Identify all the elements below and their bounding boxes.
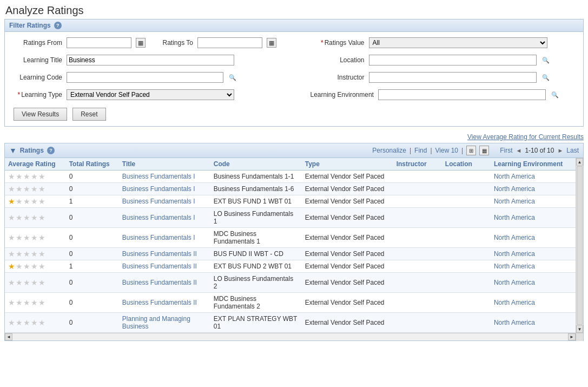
cell-avg-rating: ★★★★★ <box>5 208 66 228</box>
filter-row-learning-code: Learning Code <box>14 72 278 83</box>
grid-icon-chart[interactable]: ▦ <box>479 146 489 155</box>
filter-columns: Ratings From Ratings To Learning Title L… <box>14 37 574 103</box>
env-link[interactable]: North America <box>494 279 535 286</box>
cell-environment: North America <box>491 248 576 260</box>
env-link[interactable]: North America <box>494 263 535 270</box>
cell-instructor <box>393 228 442 248</box>
cell-total-ratings: 0 <box>66 208 119 228</box>
title-link[interactable]: Business Fundamentals I <box>122 185 195 193</box>
env-link[interactable]: North America <box>494 250 535 258</box>
filter-row-ratings-value: Ratings Value All 1 2 3 4 5 <box>310 37 575 48</box>
grid-header-label: Ratings <box>20 147 44 154</box>
location-search-icon[interactable] <box>541 55 551 65</box>
ratings-to-input[interactable] <box>197 37 262 48</box>
cell-instructor <box>393 183 442 195</box>
grid-header-left: ▼ Ratings ? <box>9 146 55 155</box>
h-scroll-track <box>12 333 568 340</box>
env-link[interactable]: North America <box>494 214 535 221</box>
table-row: ★★★★★ 0 Business Fundamentals II MDC Bus… <box>5 293 576 313</box>
table-row: ★★★★★ 1 Business Fundamentals II EXT BUS… <box>5 260 576 273</box>
cell-total-ratings: 0 <box>66 313 119 333</box>
last-link[interactable]: Last <box>566 147 579 154</box>
filter-help-icon[interactable]: ? <box>54 22 62 29</box>
scroll-up-btn[interactable]: ▲ <box>576 158 583 166</box>
scroll-corner <box>576 333 583 341</box>
cell-type: External Vendor Self Paced <box>302 195 393 208</box>
ratings-to-calendar-icon[interactable] <box>267 38 276 48</box>
title-link[interactable]: Planning and Managing Business <box>122 315 190 330</box>
learning-title-input[interactable] <box>67 55 234 65</box>
learning-code-search-icon[interactable] <box>228 73 237 82</box>
cell-avg-rating: ★★★★★ <box>5 228 66 248</box>
grid-help-icon[interactable]: ? <box>47 147 55 154</box>
cell-avg-rating: ★★★★★ <box>5 313 66 333</box>
cell-title: Business Fundamentals I <box>119 170 210 183</box>
cell-code: Business Fundamentals 1-1 <box>210 170 302 183</box>
learning-title-label: Learning Title <box>14 56 62 64</box>
view-results-button[interactable]: View Results <box>14 108 67 121</box>
cell-environment: North America <box>491 170 576 183</box>
col-header-code: Code <box>210 158 302 170</box>
env-link[interactable]: North America <box>494 234 535 241</box>
env-link[interactable]: North America <box>494 299 535 306</box>
grid-section: ▼ Ratings ? Personalize | Find | View 10… <box>4 143 584 341</box>
cell-title: Business Fundamentals II <box>119 293 210 313</box>
cell-type: External Vendor Self Paced <box>302 170 393 183</box>
learning-env-input[interactable] <box>378 89 546 100</box>
first-link[interactable]: First <box>500 147 512 154</box>
personalize-link[interactable]: Personalize <box>372 147 406 154</box>
reset-button[interactable]: Reset <box>72 108 105 121</box>
instructor-input[interactable] <box>369 72 537 83</box>
view10-link[interactable]: View 10 <box>435 147 458 154</box>
title-link[interactable]: Business Fundamentals I <box>122 173 195 180</box>
cell-avg-rating: ★★★★★ <box>5 260 66 273</box>
location-input[interactable] <box>369 55 537 65</box>
cell-title: Business Fundamentals II <box>119 248 210 260</box>
ratings-from-label: Ratings From <box>14 39 62 47</box>
scroll-down-btn[interactable]: ▼ <box>576 325 583 333</box>
cell-title: Business Fundamentals I <box>119 208 210 228</box>
cell-total-ratings: 1 <box>66 195 119 208</box>
results-area: View Average Rating for Current Results … <box>4 131 584 341</box>
grid-collapse-icon[interactable]: ▼ <box>9 146 17 155</box>
ratings-to-label: Ratings To <box>155 39 193 47</box>
env-link[interactable]: North America <box>494 173 535 180</box>
title-link[interactable]: Business Fundamentals I <box>122 214 195 221</box>
vertical-scrollbar[interactable]: ▲ ▼ <box>576 158 583 333</box>
learning-type-select[interactable]: External Vendor Self Paced Online Instru… <box>67 89 234 100</box>
filter-row-learning-env: Learning Environment <box>310 89 575 100</box>
env-link[interactable]: North America <box>494 319 535 326</box>
filter-button-row: View Results Reset <box>14 108 574 121</box>
title-link[interactable]: Business Fundamentals I <box>122 234 195 241</box>
title-link[interactable]: Business Fundamentals II <box>122 250 197 258</box>
title-link[interactable]: Business Fundamentals II <box>122 279 197 286</box>
cell-location <box>442 195 491 208</box>
find-link[interactable]: Find <box>414 147 427 154</box>
title-link[interactable]: Business Fundamentals I <box>122 198 195 205</box>
table-row: ★★★★★ 0 Business Fundamentals I Business… <box>5 183 576 195</box>
learning-env-search-icon[interactable] <box>550 90 560 100</box>
horizontal-scrollbar[interactable]: ◄ ► <box>5 333 583 340</box>
cell-location <box>442 208 491 228</box>
table-row: ★★★★★ 0 Business Fundamentals II BUS FUN… <box>5 248 576 260</box>
env-link[interactable]: North America <box>494 198 535 205</box>
cell-type: External Vendor Self Paced <box>302 248 393 260</box>
cell-avg-rating: ★★★★★ <box>5 195 66 208</box>
table-row: ★★★★★ 0 Business Fundamentals I Business… <box>5 170 576 183</box>
env-link[interactable]: North America <box>494 185 535 193</box>
view-avg-rating-link[interactable]: View Average Rating for Current Results <box>4 131 584 143</box>
filter-left-col: Ratings From Ratings To Learning Title L… <box>14 37 278 103</box>
ratings-from-calendar-icon[interactable] <box>136 38 146 48</box>
title-link[interactable]: Business Fundamentals II <box>122 263 197 270</box>
ratings-from-input[interactable] <box>67 37 131 48</box>
scroll-right-btn[interactable]: ► <box>568 333 576 340</box>
scroll-left-btn[interactable]: ◄ <box>5 333 12 340</box>
table-row: ★★★★★ 0 Business Fundamentals II LO Busi… <box>5 273 576 293</box>
title-link[interactable]: Business Fundamentals II <box>122 299 197 306</box>
filter-header-label: Filter Ratings <box>9 22 51 29</box>
grid-icon-table[interactable]: ⊞ <box>466 146 476 155</box>
instructor-search-icon[interactable] <box>541 73 551 82</box>
learning-code-input[interactable] <box>67 72 223 83</box>
cell-title: Business Fundamentals I <box>119 228 210 248</box>
ratings-value-select[interactable]: All 1 2 3 4 5 <box>369 37 547 48</box>
